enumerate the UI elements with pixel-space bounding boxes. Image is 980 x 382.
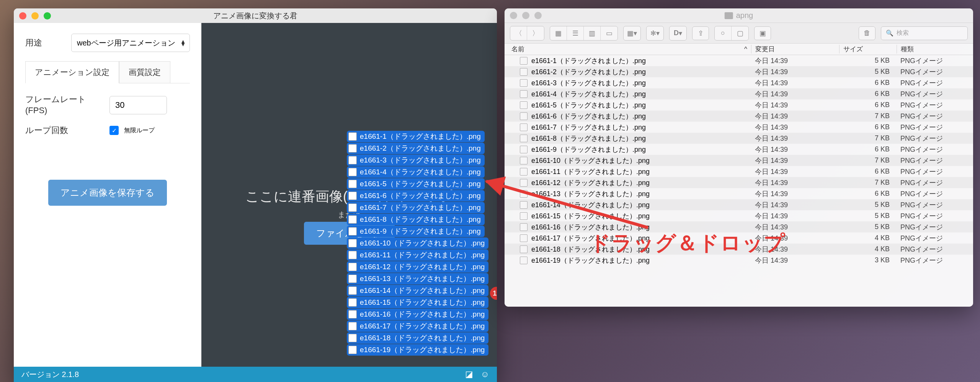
finder-row[interactable]: e1661-10（ドラッグされました）.png今日 14:397 KBPNGイメ… bbox=[505, 155, 973, 166]
view-icon-button[interactable]: ▦ bbox=[550, 26, 567, 40]
finder-row[interactable]: e1661-1（ドラッグされました）.png今日 14:395 KBPNGイメー… bbox=[505, 55, 973, 66]
drag-file-name: e1661-6（ドラッグされました）.png bbox=[360, 191, 481, 201]
arrange-button[interactable]: ▦▾ bbox=[624, 26, 640, 40]
smile-icon[interactable]: ☺ bbox=[481, 369, 489, 379]
file-icon bbox=[520, 124, 528, 131]
tab-animation[interactable]: アニメーション設定 bbox=[25, 61, 119, 83]
folder-button[interactable]: ▢ bbox=[732, 26, 748, 40]
file-icon bbox=[348, 239, 357, 247]
file-date: 今日 14:39 bbox=[751, 112, 839, 121]
file-size: 6 KB bbox=[839, 101, 897, 109]
usage-value: webページ用アニメーション bbox=[77, 38, 175, 48]
file-size: 5 KB bbox=[839, 223, 897, 231]
finder-row[interactable]: e1661-12（ドラッグされました）.png今日 14:397 KBPNGイメ… bbox=[505, 177, 973, 188]
file-kind: PNGイメージ bbox=[897, 245, 973, 254]
back-button[interactable]: 〈 bbox=[510, 26, 527, 40]
file-date: 今日 14:39 bbox=[751, 167, 839, 176]
file-icon bbox=[348, 263, 357, 271]
action-button[interactable]: ✻▾ bbox=[647, 26, 663, 40]
minimize-window-icon[interactable] bbox=[31, 12, 39, 20]
file-name: e1661-9（ドラッグされました）.png bbox=[531, 145, 646, 154]
share-button[interactable]: ⇪ bbox=[692, 26, 709, 40]
finder-traffic-lights bbox=[510, 12, 542, 19]
finder-row[interactable]: e1661-15（ドラッグされました）.png今日 14:395 KBPNGイメ… bbox=[505, 210, 973, 221]
file-icon bbox=[348, 346, 357, 354]
file-name: e1661-5（ドラッグされました）.png bbox=[531, 101, 646, 110]
finder-row[interactable]: e1661-2（ドラッグされました）.png今日 14:395 KBPNGイメー… bbox=[505, 66, 973, 77]
maximize-window-icon[interactable] bbox=[44, 12, 51, 20]
file-name: e1661-4（ドラッグされました）.png bbox=[531, 89, 646, 99]
finder-row[interactable]: e1661-13（ドラッグされました）.png今日 14:396 KBPNGイメ… bbox=[505, 188, 973, 199]
file-icon bbox=[348, 334, 357, 342]
file-icon bbox=[348, 192, 357, 200]
file-size: 7 KB bbox=[839, 179, 897, 187]
drag-file-item: e1661-17（ドラッグされました）.png bbox=[347, 320, 488, 332]
column-size[interactable]: サイズ bbox=[839, 45, 897, 54]
file-kind: PNGイメージ bbox=[897, 89, 973, 99]
file-name: e1661-12（ドラッグされました）.png bbox=[531, 178, 650, 187]
app-footer: バージョン 2.1.8 ◪ ☺ bbox=[14, 367, 497, 382]
trash-button[interactable]: 🗑 bbox=[859, 26, 875, 40]
file-size: 5 KB bbox=[839, 201, 897, 209]
file-name: e1661-11（ドラッグされました）.png bbox=[531, 167, 650, 176]
help-icon[interactable]: ◪ bbox=[465, 369, 473, 379]
finder-row[interactable]: e1661-6（ドラッグされました）.png今日 14:397 KBPNGイメー… bbox=[505, 111, 973, 122]
view-gallery-button[interactable]: ▭ bbox=[601, 26, 617, 40]
tab-quality[interactable]: 画質設定 bbox=[119, 61, 170, 83]
finder-column-header: 名前^ 変更日 サイズ 種類 bbox=[505, 44, 973, 55]
view-column-button[interactable]: ▥ bbox=[584, 26, 601, 40]
finder-row[interactable]: e1661-7（ドラッグされました）.png今日 14:396 KBPNGイメー… bbox=[505, 122, 973, 133]
file-icon bbox=[348, 168, 357, 176]
file-icon bbox=[520, 112, 528, 120]
file-kind: PNGイメージ bbox=[897, 167, 973, 176]
close-window-icon[interactable] bbox=[510, 12, 517, 19]
file-icon bbox=[520, 90, 528, 98]
finder-toolbar: 〈 〉 ▦ ☰ ▥ ▭ ▦▾ ✻▾ D▾ ⇪ ○ ▢ ▣ 🗑 🔍 検索 bbox=[505, 23, 973, 44]
drag-file-item: e1661-6（ドラッグされました）.png bbox=[347, 190, 485, 202]
maximize-window-icon[interactable] bbox=[534, 12, 542, 19]
file-icon bbox=[520, 245, 528, 253]
column-date[interactable]: 変更日 bbox=[751, 45, 839, 54]
finder-row[interactable]: e1661-8（ドラッグされました）.png今日 14:397 KBPNGイメー… bbox=[505, 133, 973, 144]
drag-file-name: e1661-16（ドラッグされました）.png bbox=[360, 309, 485, 319]
drop-area[interactable]: ここに連番画像(PNG)をドロップ または ファイルを選択 19 e1661-1… bbox=[201, 23, 497, 367]
search-icon: 🔍 bbox=[886, 29, 893, 37]
file-icon bbox=[348, 144, 357, 153]
loop-checkbox-label: 無限ループ bbox=[124, 127, 155, 135]
drag-file-name: e1661-8（ドラッグされました）.png bbox=[360, 215, 481, 224]
search-input[interactable]: 🔍 検索 bbox=[881, 26, 968, 40]
loop-checkbox[interactable]: ✓ bbox=[109, 126, 119, 135]
fps-input[interactable] bbox=[109, 96, 167, 114]
usage-select[interactable]: webページ用アニメーション ▲▼ bbox=[71, 34, 190, 52]
file-size: 6 KB bbox=[839, 90, 897, 98]
finder-row[interactable]: e1661-4（ドラッグされました）.png今日 14:396 KBPNGイメー… bbox=[505, 88, 973, 99]
tag-button[interactable]: ○ bbox=[715, 26, 732, 40]
close-window-icon[interactable] bbox=[19, 12, 26, 20]
file-icon bbox=[520, 79, 528, 87]
app-titlebar: アニメ画像に変換する君 bbox=[14, 8, 497, 23]
file-name: e1661-7（ドラッグされました）.png bbox=[531, 123, 646, 132]
file-kind: PNGイメージ bbox=[897, 78, 973, 88]
file-size: 5 KB bbox=[839, 212, 897, 220]
annotation-text: ドラッグ＆ドロップ bbox=[590, 229, 786, 257]
minimize-window-icon[interactable] bbox=[522, 12, 529, 19]
save-button[interactable]: アニメ画像を保存する bbox=[48, 180, 167, 206]
forward-button[interactable]: 〉 bbox=[527, 26, 544, 40]
quicklook-button[interactable]: ▣ bbox=[754, 26, 771, 40]
dropbox-button[interactable]: D▾ bbox=[670, 26, 686, 40]
drag-file-item: e1661-15（ドラッグされました）.png bbox=[347, 297, 488, 308]
file-icon bbox=[520, 179, 528, 187]
column-kind[interactable]: 種類 bbox=[897, 45, 973, 54]
drag-file-item: e1661-12（ドラッグされました）.png bbox=[347, 261, 488, 273]
file-size: 6 KB bbox=[839, 123, 897, 131]
finder-row[interactable]: e1661-5（ドラッグされました）.png今日 14:396 KBPNGイメー… bbox=[505, 99, 973, 111]
drag-file-item: e1661-13（ドラッグされました）.png bbox=[347, 273, 488, 284]
finder-row[interactable]: e1661-9（ドラッグされました）.png今日 14:396 KBPNGイメー… bbox=[505, 144, 973, 155]
finder-row[interactable]: e1661-11（ドラッグされました）.png今日 14:396 KBPNGイメ… bbox=[505, 166, 973, 177]
traffic-lights bbox=[19, 12, 51, 20]
view-list-button[interactable]: ☰ bbox=[567, 26, 584, 40]
column-name[interactable]: 名前^ bbox=[505, 45, 751, 54]
finder-row[interactable]: e1661-3（ドラッグされました）.png今日 14:396 KBPNGイメー… bbox=[505, 77, 973, 88]
file-icon bbox=[348, 298, 357, 307]
file-name: e1661-1（ドラッグされました）.png bbox=[531, 56, 646, 65]
